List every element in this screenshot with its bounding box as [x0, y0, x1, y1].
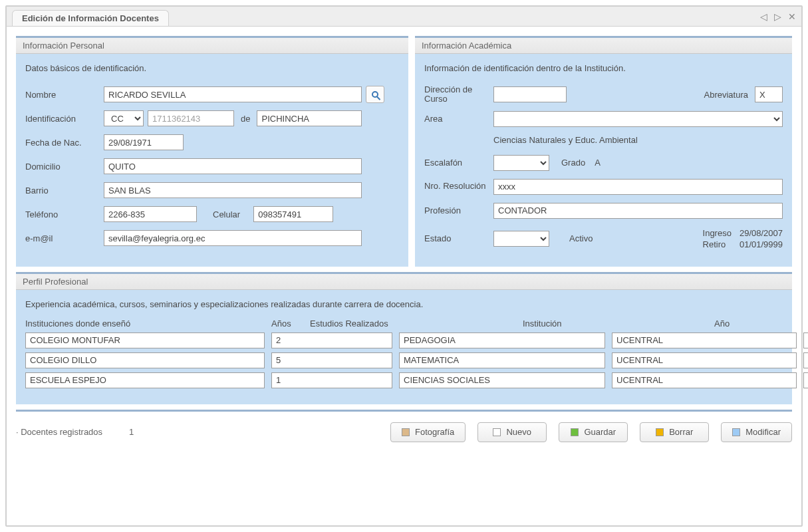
- guardar-button[interactable]: Guardar: [559, 422, 628, 442]
- grado-value: A: [595, 158, 601, 168]
- content: Información Personal Datos básicos de id…: [7, 27, 801, 452]
- nuevo-label: Nuevo: [506, 427, 531, 437]
- profesion-input[interactable]: [493, 203, 783, 219]
- prof-subtitle: Experiencia académica, cursos, seminario…: [25, 299, 783, 309]
- save-icon: [571, 428, 579, 436]
- direccion-curso-input[interactable]: [493, 86, 567, 102]
- label-celular: Celular: [213, 209, 240, 219]
- school-input[interactable]: [612, 352, 797, 368]
- personal-subtitle: Datos básicos de identificación.: [25, 63, 399, 73]
- panel-profesional: Perfil Profesional Experiencia académica…: [16, 272, 792, 404]
- prof-grid-headers: Instituciones donde enseñó Años Estudios…: [25, 319, 783, 329]
- estudio-input[interactable]: [399, 372, 605, 388]
- nro-resolucion-input[interactable]: [493, 179, 783, 195]
- id-lugar-input[interactable]: [257, 110, 362, 126]
- titlebar-controls: ◁ ▷ ✕: [760, 11, 796, 22]
- retiro-value: 01/01/9999: [740, 239, 783, 249]
- activo-text: Activo: [569, 233, 593, 243]
- area-select[interactable]: [493, 111, 783, 127]
- academic-subtitle: Información de identificación dentro de …: [424, 63, 783, 73]
- modificar-label: Modificar: [745, 427, 781, 437]
- fotografia-button[interactable]: Fotografía: [390, 422, 466, 442]
- col-ano: Año: [714, 319, 746, 329]
- label-email: e-m@il: [25, 233, 104, 243]
- label-profesion: Profesión: [424, 205, 493, 215]
- school-input[interactable]: [612, 372, 797, 388]
- anos-input[interactable]: [271, 372, 392, 388]
- id-tipo-select[interactable]: CC: [104, 110, 144, 126]
- celular-input[interactable]: [253, 206, 333, 222]
- table-row: [25, 372, 783, 388]
- ano-input[interactable]: [803, 332, 808, 348]
- barrio-input[interactable]: [104, 182, 362, 198]
- borrar-label: Borrar: [669, 427, 693, 437]
- col-anos: Años: [271, 319, 303, 329]
- label-abreviatura: Abreviatura: [704, 90, 748, 100]
- email-input[interactable]: [104, 230, 362, 246]
- panel-academic-header: Información Académica: [415, 38, 792, 54]
- registered-label: Docentes registrados: [21, 427, 102, 437]
- col-instituciones: Instituciones donde enseñó: [25, 319, 265, 329]
- abreviatura-input[interactable]: [755, 86, 783, 102]
- borrar-button[interactable]: Borrar: [640, 422, 709, 442]
- escalafon-select[interactable]: [493, 155, 549, 171]
- label-direccion-curso: Dirección de Curso: [424, 85, 493, 104]
- search-button[interactable]: [366, 86, 384, 103]
- label-nombre: Nombre: [25, 90, 104, 100]
- inst-input[interactable]: [25, 332, 265, 348]
- school-input[interactable]: [612, 332, 797, 348]
- label-grado: Grado: [561, 158, 585, 168]
- label-fecha-nac: Fecha de Nac.: [25, 138, 104, 148]
- panel-personal: Información Personal Datos básicos de id…: [16, 36, 408, 267]
- anos-input[interactable]: [271, 352, 392, 368]
- label-escalafon: Escalafón: [424, 158, 493, 168]
- label-nro-resolucion: Nro. Resolución: [424, 182, 493, 191]
- area-hint: Ciencias Naturales y Educ. Ambiental: [493, 135, 638, 145]
- guardar-label: Guardar: [584, 427, 616, 437]
- inst-input[interactable]: [25, 372, 265, 388]
- label-barrio: Barrio: [25, 186, 104, 196]
- edit-icon: [732, 428, 740, 436]
- nombre-input[interactable]: [104, 86, 362, 102]
- separator: [16, 410, 792, 412]
- anos-input[interactable]: [271, 332, 392, 348]
- id-numero-input[interactable]: [148, 110, 234, 126]
- inst-input[interactable]: [25, 352, 265, 368]
- ano-input[interactable]: [803, 352, 808, 368]
- label-domicilio: Domicilio: [25, 162, 104, 172]
- label-area: Area: [424, 114, 493, 124]
- fotografia-label: Fotografía: [415, 427, 454, 437]
- label-ingreso: Ingreso: [703, 228, 732, 238]
- telefono-input[interactable]: [104, 206, 197, 222]
- col-institucion: Institución: [523, 319, 708, 329]
- panel-academic: Información Académica Información de ide…: [415, 36, 792, 267]
- window-title: Edición de Información Docentes: [12, 10, 169, 26]
- estudio-input[interactable]: [399, 352, 605, 368]
- panel-profesional-header: Perfil Profesional: [16, 274, 792, 290]
- modificar-button[interactable]: Modificar: [721, 422, 792, 442]
- panel-personal-header: Información Personal: [16, 38, 408, 54]
- delete-icon: [656, 428, 664, 436]
- ingreso-value: 29/08/2007: [740, 228, 783, 238]
- label-retiro: Retiro: [703, 239, 732, 249]
- close-icon[interactable]: ✕: [788, 11, 796, 22]
- next-icon[interactable]: ▷: [774, 11, 781, 22]
- estado-select[interactable]: [493, 231, 549, 247]
- label-de: de: [241, 114, 250, 124]
- titlebar: Edición de Información Docentes ◁ ▷ ✕: [7, 7, 801, 27]
- registered-count: 1: [129, 427, 134, 437]
- search-icon: [372, 91, 378, 98]
- nuevo-button[interactable]: Nuevo: [477, 422, 547, 442]
- label-identificacion: Identificación: [25, 114, 104, 124]
- estudio-input[interactable]: [399, 332, 605, 348]
- label-telefono: Teléfono: [25, 209, 104, 219]
- domicilio-input[interactable]: [104, 158, 362, 174]
- table-row: [25, 332, 783, 348]
- label-estado: Estado: [424, 233, 493, 243]
- prev-icon[interactable]: ◁: [760, 11, 767, 22]
- photo-icon: [402, 428, 410, 436]
- col-estudios: Estudios Realizados: [310, 319, 516, 329]
- ano-input[interactable]: [803, 372, 808, 388]
- fecha-nac-input[interactable]: [104, 134, 184, 150]
- app-window: Edición de Información Docentes ◁ ▷ ✕ In…: [5, 5, 803, 527]
